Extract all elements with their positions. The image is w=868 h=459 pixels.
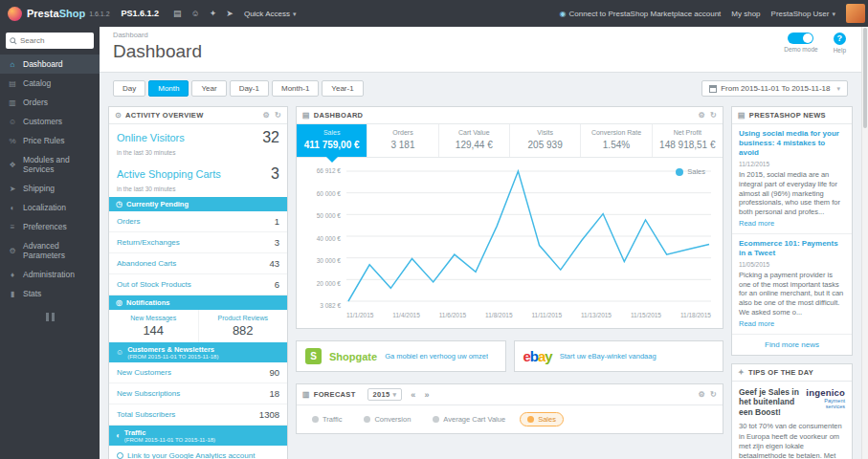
online-visitors-value: 32 (262, 129, 279, 146)
toggle-switch[interactable] (788, 33, 813, 44)
advanced-parameters-icon: ⚙ (8, 247, 17, 255)
read-more-link[interactable]: Read more (739, 219, 845, 228)
month-1-button[interactable]: Month-1 (272, 80, 319, 97)
marketplace-connect-link[interactable]: ◉Connect to PrestaShop Marketplace accou… (560, 10, 722, 18)
search-input[interactable] (20, 36, 90, 45)
scrollbar-thumb[interactable] (863, 28, 867, 128)
help-icon: ? (834, 33, 846, 45)
price-rules-icon: % (8, 137, 17, 145)
user-avatar[interactable] (846, 4, 865, 23)
shopgate-promo[interactable]: S Shopgate Ga mobiel en verhoog uw omzet (296, 340, 506, 372)
sidebar-item-administration[interactable]: ♦Administration (0, 265, 100, 284)
kpi-conversion-rate[interactable]: Conversion Rate1.54% (581, 124, 652, 157)
clock-icon: ◷ (116, 200, 122, 208)
active-carts-label[interactable]: Active Shopping Carts (117, 168, 221, 180)
forecast-toggle-sales[interactable]: Sales (520, 412, 564, 426)
news-article-title[interactable]: Ecommerce 101: Payments in a Tweet (739, 239, 845, 258)
sidebar-item-label: Stats (23, 289, 41, 298)
refresh-icon[interactable]: ↻ (275, 111, 281, 120)
dashboard-icon: ⌂ (8, 60, 17, 69)
sidebar-item-stats[interactable]: ▮Stats (0, 284, 100, 303)
version-label: 1.6.1.2 (89, 11, 109, 17)
forecast-year-select[interactable]: 2015 (367, 388, 403, 401)
sidebar-item-dashboard[interactable]: ⌂Dashboard (0, 55, 100, 74)
forecast-toggle-conversion[interactable]: Conversion (356, 412, 418, 426)
sidebar-item-catalog[interactable]: ▤Catalog (0, 74, 100, 93)
new-subscriptions-row[interactable]: New Subscriptions18 (109, 383, 287, 404)
tips-panel-title: TIPS OF THE DAY (748, 368, 813, 377)
user-icon[interactable]: ☺ (191, 9, 200, 18)
kpi-strip: Sales411 759,00 € Orders3 181 Cart Value… (297, 124, 723, 158)
gear-icon[interactable]: ⚙ (699, 390, 705, 399)
forecast-panel-title: FORECAST (314, 390, 356, 399)
news-article-date: 11/12/2015 (739, 161, 845, 167)
sales-chart-svg (346, 167, 711, 309)
day-1-button[interactable]: Day-1 (230, 80, 269, 97)
total-subscribers-row[interactable]: Total Subscribers1308 (109, 404, 287, 426)
orders-icon: ▥ (8, 98, 17, 107)
breadcrumb[interactable]: Dashboard (113, 31, 848, 39)
help-button[interactable]: ? Help (834, 33, 846, 54)
active-carts-value: 3 (271, 165, 279, 183)
sidebar-item-price-rules[interactable]: %Price Rules (0, 131, 100, 150)
sales-chart: Sales 66 912 €60 000 €50 000 €40 000 €30… (297, 158, 723, 309)
ebay-link[interactable]: Start uw eBay-winkel vandaag (560, 352, 657, 361)
sidebar-item-preferences[interactable]: ≡Preferences (0, 217, 100, 236)
kpi-sales[interactable]: Sales411 759,00 € (297, 124, 367, 157)
refresh-icon[interactable]: ↻ (710, 111, 717, 120)
sidebar-item-orders[interactable]: ▥Orders (0, 93, 100, 112)
sidebar-item-customers[interactable]: ☺Customers (0, 112, 100, 131)
kpi-net-profit[interactable]: Net Profit148 918,51 € (653, 124, 723, 157)
year-1-button[interactable]: Year-1 (322, 80, 363, 97)
topbar: PrestaShop 1.6.1.2 PS1.6.1.2 ▤ ☺ ✦ ➤ Qui… (0, 0, 868, 27)
sidebar-item-localization[interactable]: ◐Localization (0, 198, 100, 217)
pending-orders-row[interactable]: Orders1 (109, 211, 287, 232)
google-analytics-link[interactable]: Link to your Google Analytics account (109, 446, 287, 459)
news-article-title[interactable]: Using social media for your business: 4 … (739, 129, 845, 158)
prev-year-button[interactable]: « (411, 390, 415, 400)
shop-name[interactable]: PS1.6.1.2 (122, 9, 160, 18)
find-more-news-link[interactable]: Find more news (732, 335, 852, 355)
sidebar-item-label: Customers (23, 117, 62, 126)
gear-icon[interactable]: ⚙ (263, 111, 270, 120)
refresh-icon[interactable]: ↻ (710, 390, 717, 399)
year-button[interactable]: Year (191, 80, 226, 97)
active-carts-sub: in the last 30 minutes (109, 186, 287, 197)
my-shop-link[interactable]: My shop (731, 10, 760, 18)
avg-cart-dot-icon (433, 416, 439, 423)
next-year-button[interactable]: » (425, 390, 430, 400)
online-visitors-label[interactable]: Online Visitors (117, 132, 185, 143)
rocket-icon[interactable]: ➤ (226, 9, 234, 18)
month-button[interactable]: Month (148, 80, 189, 97)
star-icon[interactable]: ✦ (210, 9, 217, 18)
forecast-toggle-traffic[interactable]: Traffic (304, 412, 349, 426)
customers-icon: ☺ (8, 118, 17, 126)
gear-icon[interactable]: ⚙ (699, 111, 705, 120)
kpi-cart-value[interactable]: Cart Value129,44 € (439, 124, 510, 157)
abandoned-carts-row[interactable]: Abandoned Carts43 (109, 253, 287, 274)
cart-icon[interactable]: ▤ (173, 9, 182, 18)
quick-access-menu[interactable]: Quick Access (244, 10, 297, 18)
new-customers-row[interactable]: New Customers90 (109, 362, 287, 383)
search-icon (10, 37, 17, 45)
new-messages-stat[interactable]: New Messages144 (109, 310, 199, 342)
product-reviews-stat[interactable]: Product Reviews882 (199, 310, 288, 342)
kpi-orders[interactable]: Orders3 181 (367, 124, 438, 157)
read-more-link[interactable]: Read more (739, 319, 845, 328)
page-scrollbar[interactable] (861, 27, 868, 459)
day-button[interactable]: Day (113, 80, 145, 97)
user-menu[interactable]: PrestaShop User (771, 10, 835, 18)
out-of-stock-row[interactable]: Out of Stock Products6 (109, 274, 287, 295)
ebay-promo[interactable]: ebay Start uw eBay-winkel vandaag (514, 340, 724, 372)
sidebar-item-advanced-parameters[interactable]: ⚙Advanced Parameters (0, 236, 100, 265)
forecast-toggle-avg-cart-value[interactable]: Average Cart Value (425, 412, 513, 426)
sidebar-search[interactable] (6, 33, 94, 49)
shopgate-link[interactable]: Ga mobiel en verhoog uw omzet (385, 352, 488, 361)
demo-mode-toggle[interactable]: Demo mode (784, 33, 817, 53)
sidebar-item-shipping[interactable]: ➤Shipping (0, 179, 100, 198)
sidebar-item-modules[interactable]: ❖Modules and Services (0, 150, 100, 179)
kpi-visits[interactable]: Visits205 939 (510, 124, 581, 157)
collapse-sidebar-button[interactable] (40, 313, 59, 321)
date-range-picker[interactable]: From 2015-11-01 To 2015-11-18 (701, 80, 848, 97)
pending-returns-row[interactable]: Return/Exchanges3 (109, 232, 287, 253)
